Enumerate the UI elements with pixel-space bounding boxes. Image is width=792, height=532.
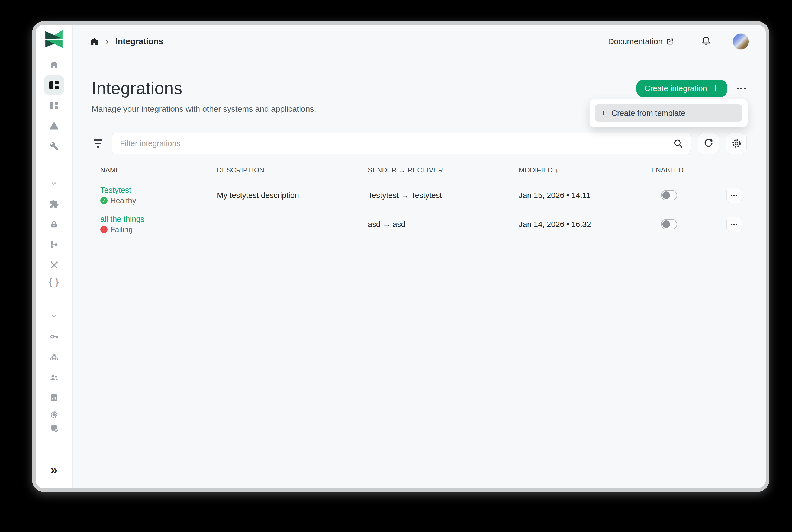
integration-link[interactable]: all the things [100, 215, 217, 224]
sidebar-footer: » [36, 451, 73, 488]
table-settings-button[interactable] [726, 133, 747, 154]
modified-cell: Jan 15, 2026 • 14:11 [519, 191, 651, 200]
integrations-table: NAME DESCRIPTION SENDER → RECEIVER MODIF… [92, 166, 747, 239]
dashboard-icon [49, 80, 59, 90]
integration-name-cell: all the things ! Failing [92, 215, 217, 234]
sidebar-divider [44, 300, 64, 300]
sidebar-group-collapse[interactable] [44, 178, 64, 189]
topbar: › Integrations Documentation [73, 25, 766, 58]
column-header-modified-label: MODIFIED [519, 166, 553, 174]
search-icon[interactable] [673, 138, 684, 149]
people-icon [49, 373, 59, 382]
column-header-description[interactable]: DESCRIPTION [217, 166, 368, 174]
breadcrumb: › Integrations [90, 36, 163, 46]
bell-icon [700, 36, 712, 48]
external-link-icon [666, 37, 674, 45]
sidebar-item-users[interactable] [44, 367, 64, 387]
toggle-knob [662, 191, 670, 199]
table-row: Testytest ✓ Healthy My testytest descrip… [92, 181, 747, 210]
sidebar-item-admin[interactable] [44, 421, 64, 435]
app-window: { } [32, 21, 769, 492]
warning-icon [49, 121, 59, 130]
wrench-icon [49, 141, 59, 151]
documentation-link[interactable]: Documentation [608, 37, 674, 46]
sidebar-divider [44, 167, 64, 167]
sidebar-item-setup[interactable] [44, 136, 64, 156]
toggle-knob [662, 221, 670, 228]
row-menu-button[interactable] [727, 217, 742, 232]
status-label: Healthy [110, 196, 136, 205]
integration-link[interactable]: Testytest [100, 186, 217, 195]
status-badge: ✓ Healthy [100, 196, 217, 205]
sidebar-item-code[interactable]: { } [44, 275, 64, 289]
home-icon [49, 60, 59, 70]
create-integration-button[interactable]: Create integration + [636, 80, 727, 97]
breadcrumb-separator: › [106, 36, 109, 46]
chevron-down-icon [50, 180, 58, 187]
chevron-down-icon [50, 312, 58, 320]
gear-icon [731, 138, 742, 149]
sidebar-group-collapse[interactable] [44, 311, 64, 322]
column-header-name[interactable]: NAME [92, 166, 217, 174]
puzzle-icon [49, 199, 59, 209]
filter-toolbar [92, 133, 747, 154]
sidebar-item-alerts[interactable] [44, 115, 64, 136]
sidebar-expand-button[interactable]: » [51, 463, 57, 476]
page-title: Integrations [92, 78, 316, 98]
sender-receiver-cell: asd → asd [368, 220, 519, 229]
sidebar-item-workflows[interactable] [44, 234, 64, 255]
row-end-cell [651, 188, 747, 203]
sidebar-item-components[interactable] [44, 95, 64, 115]
column-header-modified[interactable]: MODIFIED↓ [519, 166, 651, 174]
sidebar-item-settings[interactable] [44, 408, 64, 421]
column-header-sender-receiver[interactable]: SENDER → RECEIVER [368, 166, 519, 174]
table-row: all the things ! Failing asd → asd Jan 1… [92, 210, 747, 239]
webhook-icon [49, 352, 59, 362]
notifications-button[interactable] [700, 36, 712, 48]
sidebar-item-integrations[interactable] [44, 75, 64, 95]
filter-toggle-button[interactable] [92, 137, 104, 150]
table-header: NAME DESCRIPTION SENDER → RECEIVER MODIF… [92, 166, 747, 181]
enabled-toggle[interactable] [661, 190, 677, 201]
filter-icon [94, 139, 102, 141]
breadcrumb-home-icon[interactable] [90, 37, 99, 46]
sidebar: { } [36, 25, 73, 488]
logo-icon [44, 30, 64, 49]
layout-icon [50, 101, 58, 110]
sort-descending-icon: ↓ [555, 166, 558, 174]
flow-icon [49, 240, 59, 249]
modified-cell: Jan 14, 2026 • 16:32 [519, 220, 651, 229]
page-actions: Create integration + [636, 80, 747, 97]
status-label: Failing [110, 225, 133, 234]
sidebar-item-api-keys[interactable] [44, 326, 64, 347]
failing-alert-icon: ! [100, 226, 108, 233]
sidebar-item-webhooks[interactable] [44, 347, 64, 367]
shield-user-icon [49, 423, 59, 433]
column-header-enabled: ENABLED [651, 166, 747, 174]
page-subtitle: Manage your integrations with other syst… [92, 104, 316, 114]
refresh-icon [703, 138, 714, 149]
enabled-toggle[interactable] [661, 219, 677, 229]
sidebar-item-analytics[interactable] [44, 387, 64, 408]
filter-input[interactable] [112, 133, 691, 154]
description-cell: My testytest description [217, 191, 368, 200]
create-integration-label: Create integration [644, 84, 707, 93]
row-end-cell [651, 217, 747, 232]
refresh-button[interactable] [698, 133, 719, 154]
app-logo[interactable] [44, 30, 64, 48]
sidebar-nav: { } [44, 55, 64, 435]
row-menu-button[interactable] [727, 188, 742, 203]
topbar-right: Documentation [608, 33, 749, 50]
menu-item-label: Create from template [612, 109, 685, 118]
sidebar-item-tools[interactable] [44, 255, 64, 275]
plus-icon: + [601, 109, 606, 117]
sidebar-item-security[interactable] [44, 214, 64, 234]
sidebar-item-plugins[interactable] [44, 194, 64, 214]
page-overflow-menu-button[interactable] [736, 85, 747, 92]
user-avatar[interactable] [733, 33, 749, 50]
menu-item-create-from-template[interactable]: + Create from template [595, 104, 742, 122]
gear-icon [49, 410, 59, 419]
desktop-background: { } [0, 0, 792, 532]
sidebar-item-home[interactable] [44, 55, 64, 75]
status-badge: ! Failing [100, 225, 217, 234]
